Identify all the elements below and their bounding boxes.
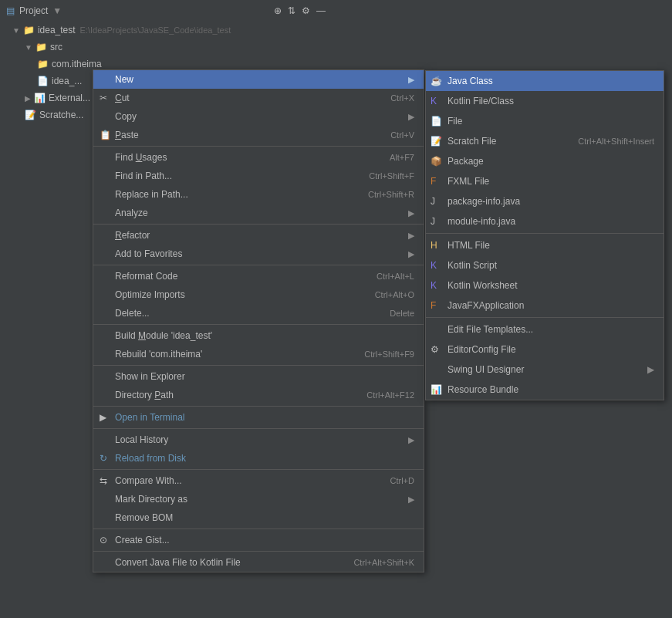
fxml-icon: F — [431, 176, 436, 187]
menu-item-analyze[interactable]: Analyze ▶ — [93, 204, 424, 222]
submenu-item-module-info[interactable]: J module-info.java — [426, 211, 664, 231]
menu-item-replace-in-path[interactable]: Replace in Path... Ctrl+Shift+R — [93, 185, 424, 204]
submenu-label: FXML File — [447, 176, 489, 187]
tree-path: E:\IdeaProjects\JavaSE_Code\idea_test — [80, 25, 231, 35]
submenu-item-file[interactable]: 📄 File — [426, 111, 664, 131]
module-info-icon: J — [431, 216, 435, 227]
paste-icon: 📋 — [100, 130, 111, 140]
menu-item-find-in-path[interactable]: Find in Path... Ctrl+Shift+F — [93, 167, 424, 185]
submenu-item-kotlin-script[interactable]: K Kotlin Script — [426, 255, 664, 275]
submenu-item-java-class[interactable]: ☕ Java Class — [426, 71, 664, 91]
submenu-item-package-info[interactable]: J package-info.java — [426, 191, 664, 211]
submenu-item-resource-bundle[interactable]: 📊 Resource Bundle — [426, 380, 664, 400]
menu-item-show-explorer[interactable]: Show in Explorer — [93, 367, 424, 386]
separator — [93, 428, 424, 429]
menu-item-reload-disk[interactable]: ↻ Reload from Disk — [93, 449, 424, 468]
menu-item-new[interactable]: New ▶ — [93, 70, 424, 89]
submenu-label: module-info.java — [447, 216, 515, 227]
menu-item-delete[interactable]: Delete... Delete — [93, 304, 424, 323]
separator — [93, 469, 424, 470]
menu-label: Optimize Imports — [115, 289, 185, 300]
menu-label: Convert Java File to Kotlin File — [115, 557, 241, 568]
menu-label: Find in Path... — [115, 171, 172, 181]
separator — [93, 146, 424, 147]
submenu-label: Scratch File — [447, 136, 496, 147]
submenu-item-swing-designer[interactable]: Swing UI Designer ▶ — [426, 360, 664, 380]
context-menu: New ▶ ✂ Cut Ctrl+X Copy ▶ 📋 Paste Ctrl+V… — [93, 69, 424, 572]
project-header-icons: ⊕ ⇅ ⚙ — — [274, 5, 326, 16]
submenu-arrow-icon: ▶ — [408, 435, 414, 445]
submenu-item-kotlin-file[interactable]: K Kotlin File/Class — [426, 91, 664, 111]
separator — [93, 529, 424, 529]
menu-label: Directory Path — [115, 390, 174, 400]
submenu-item-package[interactable]: 📦 Package — [426, 151, 664, 171]
menu-item-open-terminal[interactable]: ▶ Open in Terminal — [93, 408, 424, 427]
menu-label: Delete... — [115, 308, 150, 319]
terminal-icon: ▶ — [100, 412, 106, 423]
menu-item-convert-java[interactable]: Convert Java File to Kotlin File Ctrl+Al… — [93, 553, 424, 572]
tree-label: com.itheima — [52, 59, 102, 69]
submenu-new: ☕ Java Class K Kotlin File/Class 📄 File … — [425, 70, 664, 400]
submenu-item-kotlin-worksheet[interactable]: K Kotlin Worksheet — [426, 275, 664, 295]
menu-label: Cut — [115, 93, 130, 103]
menu-item-remove-bom[interactable]: Remove BOM — [93, 508, 424, 527]
menu-item-compare[interactable]: ⇆ Compare With... Ctrl+D — [93, 471, 424, 490]
file-icon: 📄 — [37, 76, 49, 86]
editorconfig-icon: ⚙ — [431, 344, 439, 355]
submenu-item-html-file[interactable]: H HTML File — [426, 235, 664, 255]
submenu-item-scratch-file[interactable]: 📝 Scratch File Ctrl+Alt+Shift+Insert — [426, 131, 664, 151]
chart-icon: 📊 — [34, 93, 46, 103]
submenu-arrow-icon: ▶ — [408, 112, 414, 122]
expand-arrow: ▼ — [12, 26, 20, 35]
menu-item-add-favorites[interactable]: Add to Favorites ▶ — [93, 245, 424, 263]
reload-icon: ↻ — [100, 453, 107, 464]
submenu-arrow-icon: ▶ — [408, 249, 414, 259]
menu-item-directory-path[interactable]: Directory Path Ctrl+Alt+F12 — [93, 386, 424, 404]
submenu-label: HTML File — [447, 240, 490, 251]
menu-item-local-history[interactable]: Local History ▶ — [93, 431, 424, 449]
sort-icon[interactable]: ⇅ — [288, 5, 295, 16]
menu-item-refactor[interactable]: Refactor ▶ — [93, 226, 424, 245]
menu-item-reformat[interactable]: Reformat Code Ctrl+Alt+L — [93, 267, 424, 285]
menu-item-paste[interactable]: 📋 Paste Ctrl+V — [93, 126, 424, 144]
folder-icon: 📁 — [37, 59, 49, 69]
menu-label: Rebuild 'com.itheima' — [115, 349, 202, 360]
submenu-label: Kotlin Worksheet — [447, 280, 518, 291]
java-class-icon: ☕ — [431, 76, 442, 86]
submenu-item-fxml[interactable]: F FXML File — [426, 171, 664, 191]
project-header: ▤ Project ▼ ⊕ ⇅ ⚙ — — [0, 0, 332, 22]
submenu-item-editorconfig[interactable]: ⚙ EditorConfig File — [426, 339, 664, 360]
separator — [93, 406, 424, 407]
menu-label: Copy — [115, 111, 137, 122]
menu-item-rebuild[interactable]: Rebuild 'com.itheima' Ctrl+Shift+F9 — [93, 345, 424, 363]
menu-label: Analyze — [115, 208, 148, 218]
menu-item-create-gist[interactable]: ⊙ Create Gist... — [93, 531, 424, 549]
menu-label: Add to Favorites — [115, 248, 182, 259]
menu-item-mark-directory[interactable]: Mark Directory as ▶ — [93, 490, 424, 508]
menu-item-copy[interactable]: Copy ▶ — [93, 107, 424, 126]
menu-label: Compare With... — [115, 475, 182, 486]
submenu-item-edit-templates[interactable]: Edit File Templates... — [426, 319, 664, 339]
gear-icon[interactable]: ⚙ — [302, 5, 310, 16]
separator — [93, 224, 424, 225]
navigate-icon[interactable]: ⊕ — [274, 5, 282, 16]
folder-icon: ▤ — [6, 5, 15, 16]
menu-label: Reformat Code — [115, 271, 177, 282]
shortcut-label: Ctrl+Alt+Shift+K — [338, 558, 414, 567]
separator — [426, 317, 664, 318]
menu-item-find-usages[interactable]: Find Usages Alt+F7 — [93, 148, 424, 167]
submenu-label: Swing UI Designer — [447, 364, 524, 375]
compare-icon: ⇆ — [100, 475, 107, 486]
tree-item-src[interactable]: ▼ 📁 src — [0, 39, 332, 56]
shortcut-label: Ctrl+Alt+O — [360, 290, 414, 299]
menu-item-optimize[interactable]: Optimize Imports Ctrl+Alt+O — [93, 285, 424, 304]
scratch-file-icon: 📝 — [431, 136, 442, 147]
minimize-icon[interactable]: — — [316, 5, 326, 16]
menu-item-cut[interactable]: ✂ Cut Ctrl+X — [93, 89, 424, 107]
menu-item-build-module[interactable]: Build Module 'idea_test' — [93, 326, 424, 345]
shortcut-label: Ctrl+Alt+Shift+Insert — [570, 137, 654, 146]
shortcut-label: Ctrl+Alt+L — [361, 272, 414, 281]
submenu-item-javafx[interactable]: F JavaFXApplication — [426, 295, 664, 316]
tree-item-idea_test[interactable]: ▼ 📁 idea_test E:\IdeaProjects\JavaSE_Cod… — [0, 22, 332, 39]
submenu-label: Package — [447, 156, 484, 167]
